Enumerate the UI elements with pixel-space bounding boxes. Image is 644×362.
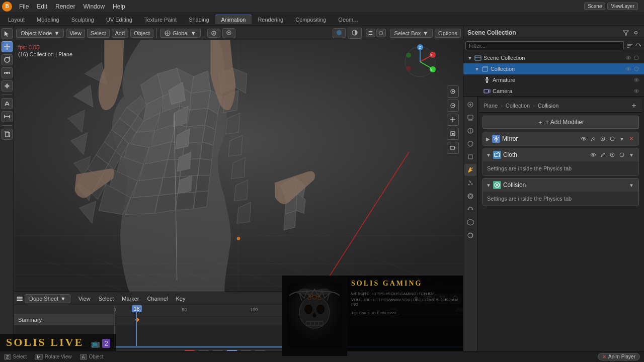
bc-plane[interactable]: Plane bbox=[484, 103, 498, 109]
outliner-item-armature[interactable]: Armature bbox=[463, 74, 644, 85]
local-view-btn[interactable] bbox=[447, 128, 459, 140]
cloth-dropdown-btn[interactable]: ▼ bbox=[627, 151, 635, 159]
viewlayer-selector[interactable]: ViewLayer bbox=[607, 3, 638, 10]
ds-summary-row[interactable]: Summary bbox=[14, 314, 114, 325]
tool-measure[interactable] bbox=[2, 111, 13, 122]
tool-rotate[interactable] bbox=[2, 54, 13, 65]
prop-modifiers[interactable] bbox=[464, 164, 476, 176]
outliner-item-camera[interactable]: Camera bbox=[463, 85, 644, 97]
object-mode-dropdown[interactable]: Object Mode ▼ bbox=[16, 29, 64, 38]
mirror-expand[interactable]: ▶ bbox=[486, 136, 490, 142]
armature-visibility-icon[interactable] bbox=[633, 76, 640, 83]
ds-view-menu[interactable]: View bbox=[75, 295, 94, 303]
collection-visibility-icon[interactable] bbox=[625, 65, 632, 72]
tool-scale[interactable] bbox=[2, 67, 13, 78]
cloth-expand[interactable]: ▼ bbox=[486, 152, 491, 158]
overlay-toggle[interactable]: ☰ bbox=[366, 29, 375, 37]
orientation-dropdown[interactable]: Global ▼ bbox=[160, 29, 201, 38]
navigation-gizmo[interactable]: X Y Z bbox=[403, 44, 438, 79]
tab-layout[interactable]: Layout bbox=[2, 15, 31, 24]
xray-toggle[interactable]: ⬡ bbox=[376, 29, 386, 37]
bc-collection[interactable]: Collection bbox=[506, 103, 530, 109]
prop-particles[interactable] bbox=[464, 177, 476, 189]
prop-material[interactable] bbox=[464, 229, 476, 241]
zoom-in-btn[interactable] bbox=[447, 85, 459, 98]
tab-shading[interactable]: Shading bbox=[183, 15, 215, 24]
prop-output[interactable] bbox=[464, 112, 476, 124]
viewport-shading[interactable] bbox=[348, 28, 362, 39]
collision-expand[interactable]: ▼ bbox=[486, 183, 491, 188]
menu-help[interactable]: Help bbox=[109, 2, 129, 11]
tab-compositing[interactable]: Compositing bbox=[289, 15, 332, 24]
mirror-render-btn[interactable] bbox=[599, 135, 607, 143]
cloth-realtime-btn[interactable] bbox=[618, 151, 626, 159]
tool-add-cube[interactable] bbox=[2, 129, 13, 140]
menu-window[interactable]: Window bbox=[79, 2, 109, 11]
tool-transform[interactable] bbox=[2, 80, 13, 92]
menu-render[interactable]: Render bbox=[51, 2, 79, 11]
tool-annotate[interactable] bbox=[2, 98, 13, 109]
prop-data[interactable] bbox=[464, 216, 476, 228]
props-expand-btn[interactable] bbox=[630, 102, 638, 110]
pan-btn[interactable] bbox=[447, 114, 459, 126]
menu-edit[interactable]: Edit bbox=[33, 2, 51, 11]
ds-key-menu[interactable]: Key bbox=[173, 295, 188, 303]
viewport-3d[interactable]: fps: 0.05 (16) Collection | Plane X Y bbox=[14, 40, 463, 292]
ds-marker-menu[interactable]: Marker bbox=[119, 295, 142, 303]
tab-animation[interactable]: Animation bbox=[215, 15, 252, 24]
tab-texture-paint[interactable]: Texture Paint bbox=[138, 15, 183, 24]
prop-physics[interactable] bbox=[464, 190, 476, 202]
outliner-sync-btn[interactable] bbox=[634, 42, 642, 50]
tool-move[interactable] bbox=[2, 41, 13, 52]
tab-rendering[interactable]: Rendering bbox=[252, 15, 289, 24]
dope-sheet-mode[interactable]: Dope Sheet ▼ bbox=[25, 294, 70, 303]
object-menu[interactable]: Object bbox=[130, 29, 153, 38]
collision-dropdown-btn[interactable]: ▼ bbox=[627, 181, 635, 189]
render-mode-toggle[interactable] bbox=[333, 28, 346, 38]
view-menu[interactable]: View bbox=[66, 29, 85, 38]
add-menu[interactable]: Add bbox=[112, 29, 129, 38]
outliner-search-input[interactable] bbox=[465, 41, 624, 50]
mirror-edit-btn[interactable] bbox=[589, 135, 597, 143]
collection-render-icon[interactable] bbox=[633, 65, 640, 72]
zoom-out-btn[interactable] bbox=[447, 100, 459, 112]
prop-constraints[interactable] bbox=[464, 203, 476, 215]
mirror-realtime-btn[interactable] bbox=[608, 135, 616, 143]
outliner-item-collection[interactable]: ▼ Collection bbox=[463, 63, 644, 74]
mirror-delete-btn[interactable]: ✕ bbox=[627, 135, 635, 143]
tool-cursor[interactable] bbox=[2, 28, 13, 39]
cloth-visibility-btn[interactable] bbox=[589, 151, 597, 159]
outliner-item-scene-collection[interactable]: ▼ Scene Collection bbox=[463, 52, 644, 63]
drag-dropdown[interactable]: Select Box ▼ bbox=[390, 29, 433, 38]
anim-player-close[interactable]: ✕ bbox=[602, 354, 606, 359]
prop-object[interactable] bbox=[464, 151, 476, 163]
tab-modeling[interactable]: Modeling bbox=[31, 15, 65, 24]
outliner-filter-btn[interactable] bbox=[622, 29, 630, 37]
prop-render[interactable] bbox=[464, 99, 476, 111]
select-menu[interactable]: Select bbox=[87, 29, 110, 38]
tab-geometry[interactable]: Geom... bbox=[332, 15, 364, 24]
scene-render-icon[interactable] bbox=[633, 54, 640, 61]
options-btn-vp[interactable]: Options bbox=[435, 29, 461, 38]
ds-select-menu[interactable]: Select bbox=[96, 295, 117, 303]
mirror-visibility-btn[interactable] bbox=[580, 135, 588, 143]
add-modifier-btn[interactable]: ＋ + Add Modifier bbox=[482, 116, 639, 129]
mirror-dropdown-btn[interactable]: ▼ bbox=[618, 135, 626, 143]
menu-file[interactable]: File bbox=[15, 2, 33, 11]
tab-uv-editing[interactable]: UV Editing bbox=[100, 15, 138, 24]
outliner-sort-btn[interactable] bbox=[626, 42, 634, 50]
outliner-settings-btn[interactable] bbox=[632, 29, 640, 37]
camera-visibility-icon[interactable] bbox=[633, 87, 640, 95]
prop-world[interactable] bbox=[464, 138, 476, 150]
svg-point-60 bbox=[406, 53, 411, 58]
camera-view-btn[interactable] bbox=[447, 142, 459, 154]
tab-sculpting[interactable]: Sculpting bbox=[65, 15, 100, 24]
prop-scene[interactable] bbox=[464, 125, 476, 137]
scene-visibility-icon[interactable] bbox=[625, 54, 632, 61]
cloth-edit-btn[interactable] bbox=[599, 151, 607, 159]
ds-channel-menu[interactable]: Channel bbox=[144, 295, 171, 303]
snap-toggle[interactable] bbox=[207, 29, 220, 38]
proportional-toggle[interactable] bbox=[222, 28, 235, 38]
scene-selector[interactable]: Scene bbox=[584, 3, 605, 10]
cloth-render-btn[interactable] bbox=[608, 151, 616, 159]
